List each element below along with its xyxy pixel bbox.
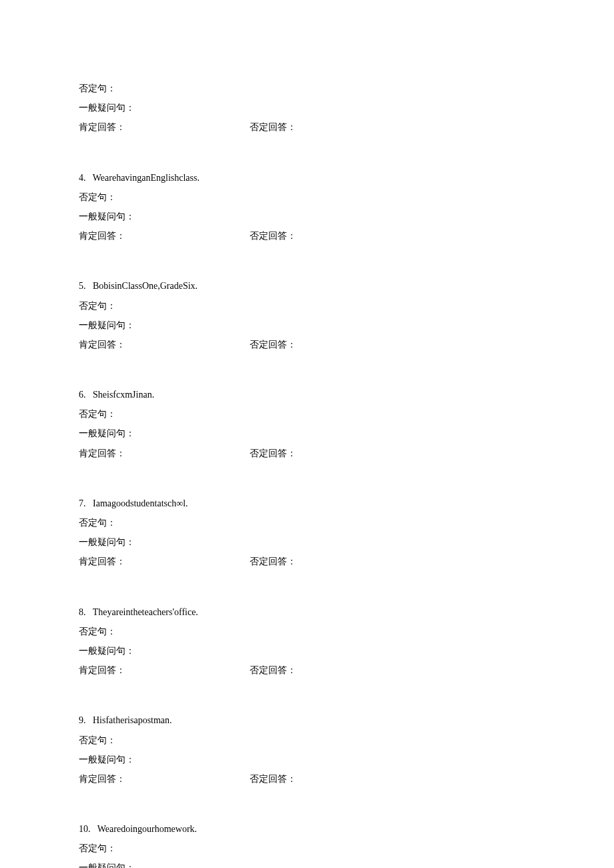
affirmative-answer-label: 肯定回答： <box>79 553 250 570</box>
exercise-block: 9. Hisfatherisapostman. 否定句： 一般疑问句： 肯定回答… <box>79 712 614 787</box>
answer-row: 肯定回答： 否定回答： <box>79 771 614 787</box>
answer-row: 肯定回答： 否定回答： <box>79 228 614 244</box>
question-text: Theyareintheteachers'office. <box>93 607 198 617</box>
question-number: 9. <box>79 712 86 729</box>
affirmative-answer-label: 肯定回答： <box>79 336 250 353</box>
general-question-label: 一般疑问句： <box>79 534 614 550</box>
answer-row: 肯定回答： 否定回答： <box>79 662 614 679</box>
general-question-label: 一般疑问句： <box>79 317 614 334</box>
general-question-label: 一般疑问句： <box>79 99 614 116</box>
question-number: 4. <box>79 169 86 186</box>
answer-row: 肯定回答： 否定回答： <box>79 336 614 353</box>
general-question-label: 一般疑问句： <box>79 859 614 868</box>
question-line: 9. Hisfatherisapostman. <box>79 712 614 729</box>
exercise-block: 5. BobisinClassOne,GradeSix. 否定句： 一般疑问句：… <box>79 278 614 353</box>
question-line: 5. BobisinClassOne,GradeSix. <box>79 278 614 294</box>
question-line: 4. WearehavinganEnglishclass. <box>79 169 614 186</box>
negative-answer-label: 否定回答： <box>250 228 296 244</box>
question-number: 5. <box>79 278 86 294</box>
general-question-label: 一般疑问句： <box>79 425 614 442</box>
question-text: SheisfcxmJinan. <box>93 390 154 400</box>
affirmative-answer-label: 肯定回答： <box>79 228 250 244</box>
negative-sentence-label: 否定句： <box>79 298 614 314</box>
question-text: BobisinClassOne,GradeSix. <box>93 281 198 291</box>
answer-row: 肯定回答： 否定回答： <box>79 119 614 135</box>
affirmative-answer-label: 肯定回答： <box>79 445 250 462</box>
question-line: 8. Theyareintheteachers'office. <box>79 604 614 620</box>
negative-sentence-label: 否定句： <box>79 732 614 749</box>
question-number: 10. <box>79 821 91 837</box>
question-text: Iamagoodstudentatsch∞l. <box>93 498 188 508</box>
affirmative-answer-label: 肯定回答： <box>79 662 250 679</box>
question-number: 8. <box>79 604 86 620</box>
question-text: WearehavinganEnglishclass. <box>93 173 200 183</box>
negative-answer-label: 否定回答： <box>250 771 296 787</box>
exercise-block: 8. Theyareintheteachers'office. 否定句： 一般疑… <box>79 604 614 679</box>
exercise-block: 6. SheisfcxmJinan. 否定句： 一般疑问句： 肯定回答： 否定回… <box>79 386 614 462</box>
negative-sentence-label: 否定句： <box>79 623 614 640</box>
question-number: 7. <box>79 495 86 512</box>
question-line: 7. Iamagoodstudentatsch∞l. <box>79 495 614 512</box>
exercise-block: 7. Iamagoodstudentatsch∞l. 否定句： 一般疑问句： 肯… <box>79 495 614 570</box>
answer-row: 肯定回答： 否定回答： <box>79 445 614 462</box>
question-number: 6. <box>79 386 86 403</box>
negative-sentence-label: 否定句： <box>79 80 614 97</box>
exercise-block: 否定句： 一般疑问句： 肯定回答： 否定回答： <box>79 80 614 136</box>
question-line: 6. SheisfcxmJinan. <box>79 386 614 403</box>
negative-sentence-label: 否定句： <box>79 189 614 205</box>
question-text: Hisfatherisapostman. <box>93 715 172 725</box>
negative-answer-label: 否定回答： <box>250 119 296 135</box>
exercise-block: 4. WearehavinganEnglishclass. 否定句： 一般疑问句… <box>79 169 614 245</box>
negative-answer-label: 否定回答： <box>250 553 296 570</box>
negative-sentence-label: 否定句： <box>79 840 614 857</box>
general-question-label: 一般疑问句： <box>79 208 614 225</box>
worksheet-page: 否定句： 一般疑问句： 肯定回答： 否定回答： 4. Wearehavingan… <box>0 0 614 868</box>
negative-answer-label: 否定回答： <box>250 445 296 462</box>
negative-answer-label: 否定回答： <box>250 336 296 353</box>
negative-answer-label: 否定回答： <box>250 662 296 679</box>
negative-sentence-label: 否定句： <box>79 406 614 422</box>
affirmative-answer-label: 肯定回答： <box>79 119 250 135</box>
exercise-block: 10. Wearedoingourhomework. 否定句： 一般疑问句： 肯… <box>79 821 614 868</box>
question-text: Wearedoingourhomework. <box>97 824 197 834</box>
general-question-label: 一般疑问句： <box>79 642 614 659</box>
answer-row: 肯定回答： 否定回答： <box>79 553 614 570</box>
affirmative-answer-label: 肯定回答： <box>79 771 250 787</box>
general-question-label: 一般疑问句： <box>79 751 614 768</box>
question-line: 10. Wearedoingourhomework. <box>79 821 614 837</box>
negative-sentence-label: 否定句： <box>79 514 614 531</box>
